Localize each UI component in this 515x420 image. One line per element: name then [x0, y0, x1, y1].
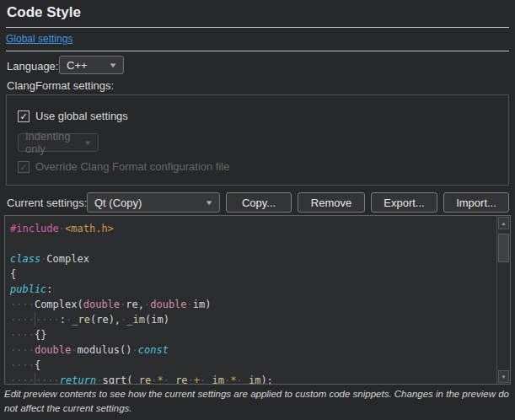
use-global-settings-checkbox[interactable]: ✓ Use global settings: [18, 110, 128, 122]
current-settings-value: Qt (Copy): [94, 197, 142, 209]
override-clangformat-label: Override Clang Format configuration file: [35, 160, 230, 173]
preview-hint-text: Edit preview contents to see how the cur…: [4, 387, 511, 415]
code-line[interactable]: ····double·modulus()·const: [10, 342, 496, 358]
code-line[interactable]: ····{}: [10, 327, 496, 342]
dropdown-arrow-icon: ▼: [204, 199, 213, 207]
current-settings-combobox[interactable]: Qt (Copy) ▼: [87, 192, 220, 213]
code-line[interactable]: class·Complex: [10, 251, 496, 267]
current-settings-label: Current settings:: [7, 197, 87, 209]
code-line[interactable]: ····Complex(double·re,·double·im): [10, 297, 496, 312]
copy-button[interactable]: Copy...: [226, 192, 292, 213]
dropdown-arrow-icon: ▼: [83, 139, 92, 147]
checkbox-check-icon: ✓: [18, 110, 30, 122]
language-combobox[interactable]: C++ ▼: [59, 56, 124, 74]
scroll-up-icon[interactable]: ▲: [498, 217, 509, 229]
code-line[interactable]: ········return·sqrt(_re·*·_re·+·_im·*·_i…: [10, 373, 496, 384]
page-title: Code Style: [7, 4, 81, 21]
language-combobox-value: C++: [67, 59, 88, 72]
code-line[interactable]: ····{: [10, 358, 496, 373]
global-settings-link[interactable]: Global settings: [6, 33, 72, 45]
divider-under-title: [6, 27, 509, 28]
import-button[interactable]: Import...: [443, 192, 509, 213]
override-clangformat-checkbox: ✓ Override Clang Format configuration fi…: [18, 160, 230, 173]
divider-under-link: [6, 51, 509, 51]
code-preview-editor[interactable]: #include·<math.h>class·Complex{public:··…: [4, 215, 511, 385]
language-label: Language:: [7, 60, 58, 73]
code-lines[interactable]: #include·<math.h>class·Complex{public:··…: [5, 216, 496, 384]
code-line[interactable]: {: [10, 267, 496, 282]
scrollbar-thumb[interactable]: [498, 234, 509, 262]
code-line[interactable]: public:: [10, 282, 496, 297]
code-line[interactable]: [10, 236, 496, 251]
checkbox-check-icon: ✓: [18, 161, 30, 173]
editor-scrollbar[interactable]: ▲ ▼: [496, 216, 510, 384]
code-line[interactable]: #include·<math.h>: [10, 221, 496, 236]
clangformat-settings-label: ClangFormat settings:: [7, 79, 114, 92]
scroll-down-icon[interactable]: ▼: [498, 370, 509, 383]
clangformat-groupbox: ✓ Use global settings Indenting only ▼ ✓…: [6, 94, 509, 186]
clangformat-mode-value: Indenting only: [25, 130, 84, 155]
export-button[interactable]: Export...: [371, 192, 437, 213]
code-line[interactable]: ········:·_re(re),·_im(im): [10, 312, 496, 327]
dropdown-arrow-icon: ▼: [108, 62, 117, 69]
use-global-settings-label: Use global settings: [35, 110, 128, 122]
remove-button[interactable]: Remove: [298, 192, 365, 213]
clangformat-mode-combobox: Indenting only ▼: [18, 133, 99, 152]
